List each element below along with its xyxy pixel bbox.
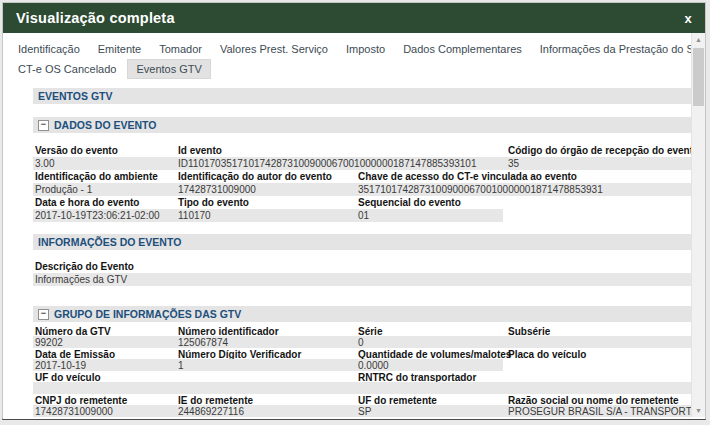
field-label: Versão do evento: [35, 145, 118, 156]
field-value: 0.0000: [358, 360, 389, 371]
field-label: Identificação do ambiente: [35, 171, 158, 182]
field-label: Id evento: [178, 145, 222, 156]
field-label-row: Versão do eventoId eventoCódigo do órgão…: [33, 144, 698, 157]
tab-emitente[interactable]: Emitente: [91, 40, 148, 58]
tab-dados-complementares[interactable]: Dados Complementares: [396, 40, 529, 58]
field-label-row: UF do veículoRNTRC do transportador: [33, 371, 698, 382]
field-label: Identificação do autor do evento: [178, 171, 332, 182]
sections-container: EVENTOS GTV−DADOS DO EVENTOVersão do eve…: [33, 88, 698, 419]
field-value: 1: [178, 360, 184, 371]
field-value: 3517101742873100900067001000000187147885…: [358, 184, 603, 195]
scroll-up-icon[interactable]: ▲: [692, 33, 705, 46]
section-title: GRUPO DE INFORMAÇÕES DAS GTV: [54, 308, 241, 320]
field-label-row: CNPJ do remetenteIE do remetenteUF do re…: [33, 394, 698, 405]
section-title: DADOS DO EVENTO: [54, 119, 157, 131]
tab-imposto[interactable]: Imposto: [339, 40, 392, 58]
close-icon[interactable]: x: [685, 12, 692, 25]
field-value-row: [33, 382, 698, 394]
field-value-row: 17428731009000244869227116SPPROSEGUR BRA…: [33, 405, 698, 417]
tab-informacoes-da-prestacao-do-servico[interactable]: Informações da Prestação do Serviço: [533, 40, 705, 58]
field-value-row: 2017-10-19T23:06:21-02:0011017001: [33, 209, 698, 222]
field-value: Produção - 1: [35, 184, 92, 195]
field-value: Informações da GTV: [35, 274, 127, 285]
field-value: ID11017035171017428731009000670010000001…: [178, 158, 476, 169]
field-value: 110170: [178, 210, 211, 221]
field-label: Código do órgão de recepção do evento: [508, 145, 698, 156]
section-header-eventos-gtv: EVENTOS GTV: [33, 88, 698, 104]
tab-valores-prest-servico[interactable]: Valores Prest. Serviço: [213, 40, 335, 58]
vertical-scrollbar[interactable]: ▲ ▼: [691, 33, 705, 417]
field-label-row: Data de EmissãoNúmero Dígito Verificador…: [33, 348, 698, 359]
tab-identificacao[interactable]: Identificação: [11, 40, 87, 58]
field-label-row: Número da GTVNúmero identificadorSérieSu…: [33, 325, 698, 336]
field-value-row: 2017-10-1910.0000: [33, 359, 698, 371]
modal-content: IdentificaçãoEmitenteTomadorValores Pres…: [3, 33, 705, 419]
field-label-row: Descrição do Evento: [33, 260, 698, 273]
field-value: 3.00: [35, 158, 54, 169]
field-label-row: Identificação do ambienteIdentificação d…: [33, 170, 698, 183]
field-label: IE do destinatário: [178, 418, 262, 419]
tab-eventos-gtv[interactable]: Eventos GTV: [127, 59, 210, 79]
tab-tomador[interactable]: Tomador: [152, 40, 209, 58]
field-value: SP: [358, 406, 371, 417]
field-value: 01: [358, 210, 369, 221]
collapse-icon[interactable]: −: [38, 120, 49, 131]
field-value-row: 3.00ID1101703517101742873100900067001000…: [33, 157, 698, 170]
field-label: CNPJ do destinatário: [35, 418, 136, 419]
field-value-row: Produção - 11742873100900035171017428731…: [33, 183, 698, 196]
scroll-down-icon[interactable]: ▼: [692, 404, 705, 417]
field-value: 2017-10-19T23:06:21-02:00: [35, 210, 160, 221]
field-label: UF do destinatário: [358, 418, 446, 419]
field-label: Chave de acesso do CT-e vinculada ao eve…: [358, 171, 577, 182]
section-title: INFORMAÇÕES DO EVENTO: [38, 236, 181, 248]
field-label: Razão social ou nome do destinatário: [508, 418, 698, 419]
field-label: Data e hora do evento: [35, 197, 139, 208]
field-label: Sequencial do evento: [358, 197, 461, 208]
field-label: Tipo do evento: [178, 197, 249, 208]
field-value: 125067874: [178, 337, 228, 348]
section-title: EVENTOS GTV: [38, 90, 113, 102]
title-bar: Visualização completa x: [3, 3, 705, 33]
field-value: PROSEGUR BRASIL S/A - TRANSPORTADORA D: [508, 406, 698, 417]
modal-title: Visualização completa: [16, 10, 175, 26]
field-label: Descrição do Evento: [35, 261, 134, 272]
collapse-icon[interactable]: −: [38, 309, 49, 320]
field-value: 244869227116: [178, 406, 244, 417]
field-label-row: Data e hora do eventoTipo do eventoSeque…: [33, 196, 698, 209]
field-value: 35: [508, 158, 698, 169]
scroll-thumb[interactable]: [693, 48, 704, 106]
tabs-row-1: IdentificaçãoEmitenteTomadorValores Pres…: [11, 40, 705, 56]
section-header-informacoes-do-evento: INFORMAÇÕES DO EVENTO: [33, 234, 698, 250]
field-value: 2017-10-19: [35, 360, 86, 371]
visualizacao-completa-modal: Visualização completa x IdentificaçãoEmi…: [2, 2, 706, 420]
field-value-row: 992021250678740: [33, 336, 698, 348]
field-value: 99202: [35, 337, 63, 348]
section-header-grupo-de-informacoes-das-gtv: −GRUPO DE INFORMAÇÕES DAS GTV: [33, 306, 698, 322]
field-value-row: Informações da GTV: [33, 273, 698, 286]
section-header-dados-do-evento: −DADOS DO EVENTO: [33, 117, 698, 133]
field-value: 0: [358, 337, 364, 348]
field-value: 17428731009000: [178, 184, 256, 195]
value-bar: [33, 273, 698, 286]
tab-ct-e-os-cancelado[interactable]: CT-e OS Cancelado: [11, 60, 123, 78]
value-bar: [33, 359, 503, 371]
field-label-row: CNPJ do destinatárioIE do destinatárioUF…: [33, 417, 698, 419]
field-value: 17428731009000: [35, 406, 113, 417]
value-bar: [33, 382, 698, 394]
tabs-row-2: CT-e OS CanceladoEventos GTV: [11, 59, 705, 78]
value-bar: [33, 336, 698, 348]
